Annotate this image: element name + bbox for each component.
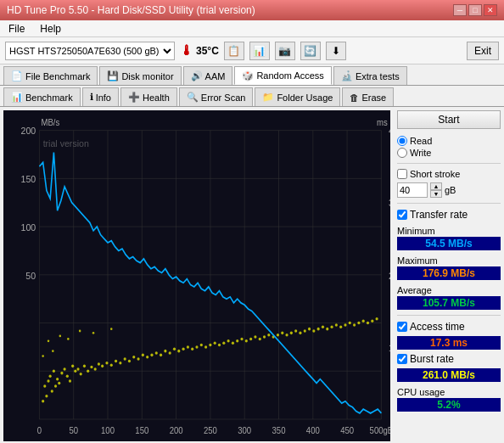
svg-point-122 (362, 319, 365, 322)
tab-aam[interactable]: 🔊 AAM (183, 66, 233, 85)
minimize-button[interactable]: ─ (453, 4, 467, 16)
svg-point-95 (240, 338, 243, 341)
right-panel: Start Read Write Short stroke ▲ ▼ gB (394, 107, 504, 443)
disk-monitor-icon: 💾 (107, 70, 119, 81)
write-radio-label[interactable]: Write (397, 148, 501, 158)
tab-extra-tests[interactable]: 🔬 Extra tests (333, 66, 407, 85)
svg-point-119 (349, 322, 351, 325)
main-content: 200 150 100 50 40 30 20 10 0 50 100 150 … (0, 107, 504, 443)
svg-text:100: 100 (20, 222, 36, 233)
svg-point-43 (45, 395, 48, 398)
divider-3 (397, 315, 501, 316)
start-button[interactable]: Start (397, 110, 501, 129)
disk-selector[interactable]: HGST HTS725050A7E630 (500 gB) (5, 42, 175, 60)
svg-point-128 (52, 350, 54, 352)
svg-point-89 (214, 341, 216, 345)
tab-random-access[interactable]: 🎲 Random Access (234, 66, 331, 85)
svg-point-73 (142, 354, 144, 357)
svg-point-72 (137, 357, 139, 361)
maximum-value: 176.9 MB/s (397, 266, 501, 280)
menu-file[interactable]: File (5, 22, 28, 36)
tab-health[interactable]: ➕ Health (120, 87, 177, 106)
spinner-up[interactable]: ▲ (430, 182, 442, 190)
health-label: Health (143, 93, 170, 103)
info-label: Info (96, 93, 111, 103)
write-label: Write (410, 148, 431, 158)
average-label: Average (397, 285, 501, 295)
minimum-value: 54.5 MB/s (397, 237, 501, 250)
info-icon: ℹ (90, 92, 93, 103)
toolbar-btn-3[interactable]: 📷 (275, 42, 295, 60)
svg-point-121 (357, 322, 360, 325)
toolbar-btn-2[interactable]: 📊 (249, 42, 270, 60)
exit-button[interactable]: Exit (467, 42, 499, 60)
svg-point-54 (69, 379, 71, 383)
error-scan-label: Error Scan (201, 93, 246, 103)
svg-text:450: 450 (340, 425, 354, 435)
file-benchmark-label: File Benchmark (25, 71, 90, 81)
svg-point-115 (330, 326, 333, 329)
tab-file-benchmark[interactable]: 📄 File Benchmark (3, 66, 98, 85)
average-value: 105.7 MB/s (397, 296, 501, 310)
svg-point-84 (191, 348, 193, 351)
svg-point-44 (47, 379, 49, 383)
read-radio[interactable] (397, 136, 407, 146)
tab-error-scan[interactable]: 🔍 Error Scan (179, 87, 254, 106)
tab-benchmark[interactable]: 📊 Benchmark (3, 87, 81, 106)
read-radio-label[interactable]: Read (397, 136, 501, 146)
short-stroke-checkbox[interactable] (397, 169, 407, 179)
svg-point-67 (115, 360, 117, 363)
write-radio[interactable] (397, 148, 407, 158)
access-time-checkbox[interactable] (397, 322, 407, 332)
random-access-label: Random Access (256, 70, 323, 81)
svg-point-66 (110, 363, 113, 367)
svg-point-52 (64, 367, 66, 371)
minimum-label: Minimum (397, 226, 501, 236)
close-button[interactable]: ✕ (484, 4, 497, 16)
aam-icon: 🔊 (191, 70, 203, 81)
svg-point-69 (124, 357, 126, 361)
svg-text:150: 150 (135, 425, 148, 435)
tab-erase[interactable]: 🗑 Erase (342, 87, 394, 106)
divider-2 (397, 203, 501, 204)
temperature-value: 35°C (196, 45, 219, 57)
svg-point-104 (281, 332, 283, 335)
tabs-row-1: 📄 File Benchmark 💾 Disk monitor 🔊 AAM 🎲 … (0, 64, 504, 86)
temperature-display: 🌡 35°C (180, 43, 219, 59)
transfer-rate-checkbox[interactable] (397, 210, 407, 220)
toolbar-btn-4[interactable]: 🔄 (300, 42, 321, 60)
access-time-checkbox-row: Access time (397, 321, 501, 333)
svg-point-64 (101, 365, 104, 368)
svg-point-126 (42, 355, 44, 357)
menu-help[interactable]: Help (36, 22, 64, 36)
svg-point-120 (353, 323, 356, 327)
tab-info[interactable]: ℹ Info (82, 87, 119, 106)
svg-text:MB/s: MB/s (42, 117, 60, 127)
svg-point-108 (299, 332, 301, 335)
tab-disk-monitor[interactable]: 💾 Disk monitor (99, 66, 181, 85)
svg-point-109 (304, 329, 306, 333)
svg-point-59 (83, 365, 86, 368)
svg-point-124 (371, 319, 373, 322)
svg-point-107 (294, 329, 297, 333)
extra-tests-icon: 🔬 (341, 70, 353, 81)
window-controls: ─ □ ✕ (453, 4, 497, 16)
svg-text:500gB: 500gB (370, 425, 390, 435)
svg-point-71 (132, 356, 135, 359)
disk-monitor-label: Disk monitor (121, 71, 173, 81)
access-time-label: Access time (410, 321, 465, 333)
svg-point-62 (94, 367, 97, 371)
burst-rate-checkbox[interactable] (397, 354, 407, 364)
spinner-down[interactable]: ▼ (430, 190, 442, 198)
svg-point-58 (80, 373, 82, 376)
short-stroke-input[interactable] (397, 182, 428, 198)
maximize-button[interactable]: □ (468, 4, 482, 16)
toolbar-btn-1[interactable]: 📋 (224, 42, 244, 60)
svg-point-83 (187, 345, 189, 349)
burst-rate-label: Burst rate (410, 353, 454, 365)
extra-tests-label: Extra tests (356, 71, 400, 81)
tab-folder-usage[interactable]: 📁 Folder Usage (255, 87, 340, 106)
toolbar-btn-5[interactable]: ⬇ (326, 42, 346, 60)
svg-point-92 (227, 339, 230, 343)
svg-text:50: 50 (25, 270, 36, 281)
